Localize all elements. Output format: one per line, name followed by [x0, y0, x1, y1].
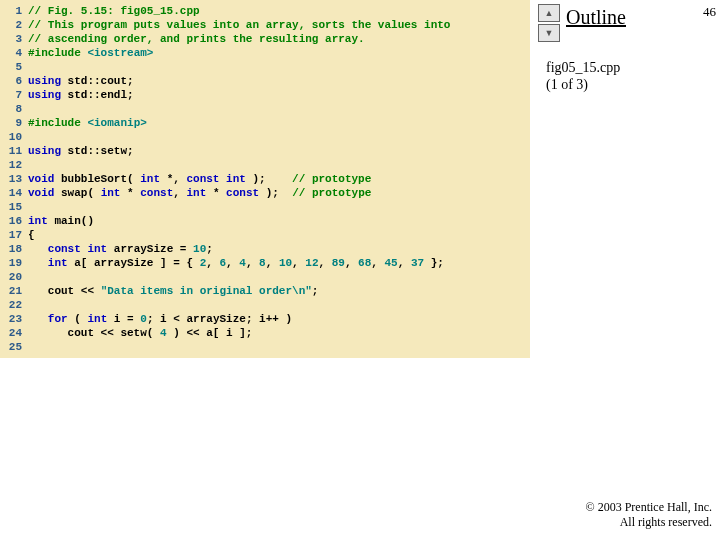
code-line: 2// This program puts values into an arr…	[0, 18, 530, 32]
line-number: 16	[0, 214, 28, 228]
line-number: 18	[0, 242, 28, 256]
line-number: 5	[0, 60, 28, 74]
code-text: using std::endl;	[28, 88, 134, 102]
code-line: 3// ascending order, and prints the resu…	[0, 32, 530, 46]
code-text: // ascending order, and prints the resul…	[28, 32, 365, 46]
code-text: cout << setw( 4 ) << a[ i ];	[28, 326, 252, 340]
copyright: © 2003 Prentice Hall, Inc. All rights re…	[586, 500, 712, 530]
line-number: 19	[0, 256, 28, 270]
code-line: 10	[0, 130, 530, 144]
code-line: 18 const int arraySize = 10;	[0, 242, 530, 256]
code-line: 17{	[0, 228, 530, 242]
line-number: 25	[0, 340, 28, 354]
line-number: 15	[0, 200, 28, 214]
code-line: 7using std::endl;	[0, 88, 530, 102]
copyright-line2: All rights reserved.	[586, 515, 712, 530]
code-line: 23 for ( int i = 0; i < arraySize; i++ )	[0, 312, 530, 326]
code-text: // Fig. 5.15: fig05_15.cpp	[28, 4, 200, 18]
code-line: 5	[0, 60, 530, 74]
code-line: 13void bubbleSort( int *, const int ); /…	[0, 172, 530, 186]
line-number: 4	[0, 46, 28, 60]
code-line: 22	[0, 298, 530, 312]
copyright-line1: © 2003 Prentice Hall, Inc.	[586, 500, 712, 515]
code-text: cout << "Data items in original order\n"…	[28, 284, 318, 298]
code-text: {	[28, 228, 35, 242]
sidebar: 46 ▲ ▼ Outline fig05_15.cpp (1 of 3)	[534, 0, 720, 540]
code-line: 19 int a[ arraySize ] = { 2, 6, 4, 8, 10…	[0, 256, 530, 270]
code-line: 16int main()	[0, 214, 530, 228]
line-number: 10	[0, 130, 28, 144]
code-text: void swap( int * const, int * const ); /…	[28, 186, 371, 200]
line-number: 2	[0, 18, 28, 32]
line-number: 20	[0, 270, 28, 284]
code-text: const int arraySize = 10;	[28, 242, 213, 256]
nav-buttons: ▲ ▼	[538, 4, 560, 42]
line-number: 21	[0, 284, 28, 298]
code-text: #include <iomanip>	[28, 116, 147, 130]
page-number: 46	[703, 4, 716, 20]
line-number: 23	[0, 312, 28, 326]
code-line: 15	[0, 200, 530, 214]
line-number: 6	[0, 74, 28, 88]
nav-next-button[interactable]: ▼	[538, 24, 560, 42]
code-line: 14void swap( int * const, int * const );…	[0, 186, 530, 200]
code-text: #include <iostream>	[28, 46, 153, 60]
code-text: // This program puts values into an arra…	[28, 18, 450, 32]
code-line: 4#include <iostream>	[0, 46, 530, 60]
line-number: 14	[0, 186, 28, 200]
line-number: 1	[0, 4, 28, 18]
code-line: 12	[0, 158, 530, 172]
line-number: 17	[0, 228, 28, 242]
code-line: 25	[0, 340, 530, 354]
code-line: 1// Fig. 5.15: fig05_15.cpp	[0, 4, 530, 18]
line-number: 7	[0, 88, 28, 102]
file-label-part: (1 of 3)	[546, 77, 720, 94]
code-line: 6using std::cout;	[0, 74, 530, 88]
file-label: fig05_15.cpp (1 of 3)	[546, 60, 720, 94]
line-number: 22	[0, 298, 28, 312]
code-listing: 1// Fig. 5.15: fig05_15.cpp2// This prog…	[0, 0, 530, 358]
code-line: 21 cout << "Data items in original order…	[0, 284, 530, 298]
code-line: 9#include <iomanip>	[0, 116, 530, 130]
code-line: 20	[0, 270, 530, 284]
code-text: using std::setw;	[28, 144, 134, 158]
file-label-name: fig05_15.cpp	[546, 60, 720, 77]
line-number: 11	[0, 144, 28, 158]
code-line: 24 cout << setw( 4 ) << a[ i ];	[0, 326, 530, 340]
line-number: 12	[0, 158, 28, 172]
code-line: 11using std::setw;	[0, 144, 530, 158]
line-number: 3	[0, 32, 28, 46]
code-text: void bubbleSort( int *, const int ); // …	[28, 172, 371, 186]
line-number: 24	[0, 326, 28, 340]
code-text: int main()	[28, 214, 94, 228]
code-text: for ( int i = 0; i < arraySize; i++ )	[28, 312, 292, 326]
code-line: 8	[0, 102, 530, 116]
line-number: 13	[0, 172, 28, 186]
nav-prev-button[interactable]: ▲	[538, 4, 560, 22]
line-number: 8	[0, 102, 28, 116]
code-text: using std::cout;	[28, 74, 134, 88]
outline-heading: Outline	[566, 6, 626, 29]
line-number: 9	[0, 116, 28, 130]
code-text: int a[ arraySize ] = { 2, 6, 4, 8, 10, 1…	[28, 256, 444, 270]
